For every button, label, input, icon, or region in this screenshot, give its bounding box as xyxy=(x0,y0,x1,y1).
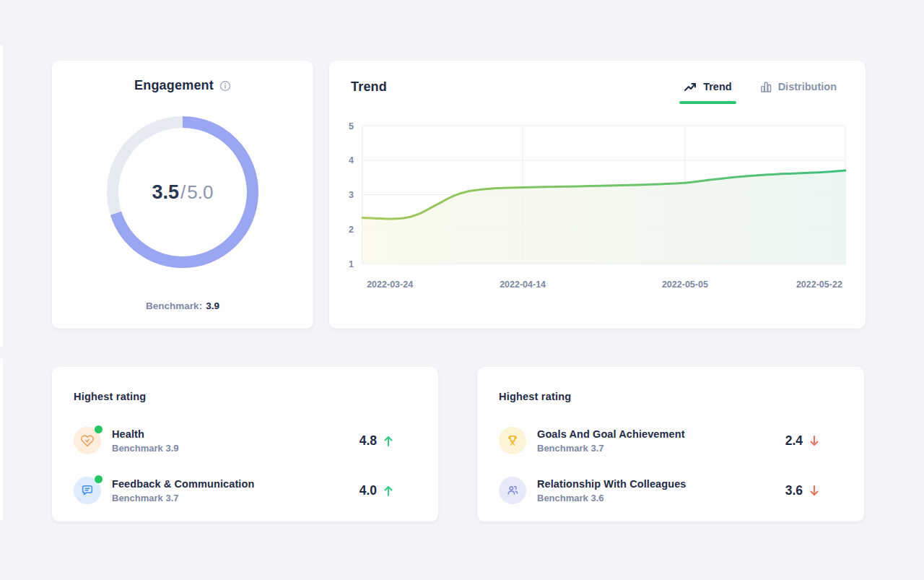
trend-header: Trend Trend xyxy=(329,61,866,104)
y-axis-tick: 5 xyxy=(349,121,354,131)
engagement-header: Engagement xyxy=(134,78,231,93)
trending-up-icon xyxy=(684,81,697,92)
info-icon[interactable] xyxy=(219,80,231,92)
benchmark-value: 3.9 xyxy=(206,300,219,311)
rating-title: Health xyxy=(112,428,179,440)
x-axis-tick: 2022-05-22 xyxy=(796,280,842,290)
y-axis-tick: 1 xyxy=(349,259,354,269)
engagement-title: Engagement xyxy=(134,78,214,93)
rating-benchmark: Benchmark 3.7 xyxy=(112,493,254,503)
arrow-down-icon xyxy=(809,435,819,447)
trend-title: Trend xyxy=(351,79,387,95)
arrow-up-icon xyxy=(383,485,393,497)
donut-center-value: 3.5 / 5.0 xyxy=(107,116,258,268)
status-dot xyxy=(95,425,103,433)
rating-title: Feedback & Communication xyxy=(112,478,254,490)
tab-trend-label: Trend xyxy=(703,81,731,92)
engagement-card: Engagement 3.5 / 5.0 xyxy=(52,61,313,329)
x-axis-tick: 2022-04-14 xyxy=(500,280,546,290)
rating-number: 4.0 xyxy=(359,483,377,498)
y-axis-tick: 3 xyxy=(349,190,354,200)
chart-mode-tabs: Trend Distribution xyxy=(679,79,841,104)
tab-distribution-label: Distribution xyxy=(778,81,837,92)
x-axis-tick: 2022-03-24 xyxy=(367,280,413,290)
bar-chart-icon xyxy=(759,80,772,93)
active-tab-underline xyxy=(679,101,736,104)
trend-card: Trend Trend xyxy=(329,61,866,329)
rating-header: Highest rating xyxy=(499,391,842,402)
heart-icon xyxy=(74,427,101,454)
rating-value: 3.6 xyxy=(785,483,819,498)
rating-text: Health Benchmark 3.9 xyxy=(112,428,179,454)
engagement-score: 3.5 xyxy=(152,181,180,204)
rating-text: Goals And Goal Achievement Benchmark 3.7 xyxy=(537,428,685,454)
left-edge-card-strip-top xyxy=(0,45,3,347)
y-axis-tick: 4 xyxy=(349,155,354,165)
rating-value: 2.4 xyxy=(785,433,819,449)
engagement-donut-gauge: 3.5 / 5.0 xyxy=(107,116,258,268)
rating-header: Highest rating xyxy=(74,391,417,402)
trend-area-fill xyxy=(362,170,845,264)
engagement-max: 5.0 xyxy=(187,181,213,204)
tab-distribution[interactable]: Distribution xyxy=(755,79,841,104)
score-divider: / xyxy=(180,181,186,204)
rating-row-colleagues: Relationship With Colleagues Benchmark 3… xyxy=(499,477,842,504)
rating-title: Relationship With Colleagues xyxy=(537,478,687,490)
chart-series xyxy=(362,170,845,264)
chat-bubble-icon xyxy=(74,477,101,504)
rating-benchmark: Benchmark 3.9 xyxy=(112,443,179,454)
highest-rating-card-left: Highest rating Health Benchmark 3.9 4.8 xyxy=(52,367,438,521)
tab-trend[interactable]: Trend xyxy=(679,79,736,104)
rating-benchmark: Benchmark 3.6 xyxy=(537,493,687,503)
rating-benchmark: Benchmark 3.7 xyxy=(537,443,685,454)
y-axis-tick: 2 xyxy=(349,225,354,235)
bottom-row: Highest rating Health Benchmark 3.9 4.8 xyxy=(52,367,866,521)
rating-row-health: Health Benchmark 3.9 4.8 xyxy=(74,427,417,454)
rating-number: 4.8 xyxy=(359,433,377,449)
people-icon xyxy=(499,477,526,504)
rating-row-goals: Goals And Goal Achievement Benchmark 3.7… xyxy=(499,427,842,454)
status-dot xyxy=(95,475,103,483)
rating-value: 4.8 xyxy=(359,433,393,449)
trend-chart: 123452022-03-242022-04-142022-05-052022-… xyxy=(329,117,866,299)
trophy-icon xyxy=(499,427,526,454)
rating-text: Relationship With Colleagues Benchmark 3… xyxy=(537,478,687,503)
rating-number: 3.6 xyxy=(785,483,803,498)
rating-title: Goals And Goal Achievement xyxy=(537,428,685,440)
rating-text: Feedback & Communication Benchmark 3.7 xyxy=(112,478,254,503)
dashboard-layout: Engagement 3.5 / 5.0 xyxy=(52,61,866,521)
rating-number: 2.4 xyxy=(785,433,803,449)
engagement-benchmark: Benchmark:3.9 xyxy=(146,300,219,311)
top-row: Engagement 3.5 / 5.0 xyxy=(52,61,866,329)
arrow-down-icon xyxy=(809,485,819,497)
highest-rating-card-right: Highest rating Goals And Goal Achievemen… xyxy=(477,367,864,521)
left-edge-card-strip-bottom xyxy=(0,358,3,521)
x-axis-tick: 2022-05-05 xyxy=(662,280,708,290)
arrow-up-icon xyxy=(383,435,393,447)
rating-row-feedback: Feedback & Communication Benchmark 3.7 4… xyxy=(74,477,417,504)
benchmark-label: Benchmark: xyxy=(146,300,202,311)
rating-value: 4.0 xyxy=(359,483,393,498)
